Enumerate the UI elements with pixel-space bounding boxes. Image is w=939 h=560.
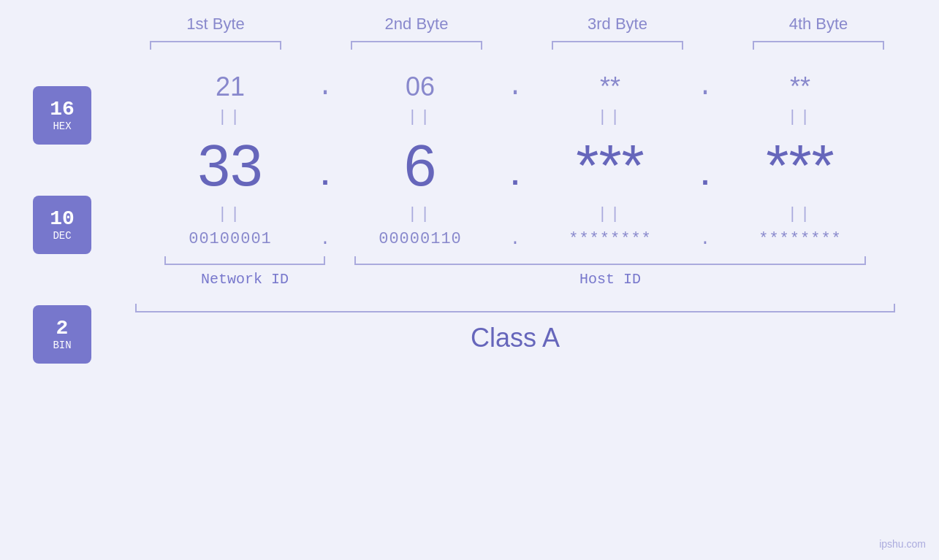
bracket-top-1 [150, 41, 281, 50]
equals-1: || [150, 108, 311, 126]
bin-row: 00100001 . 00000110 . ******** . [106, 229, 924, 249]
hex-badge: 16 HEX [33, 86, 91, 145]
byte-label-1: 1st Byte [135, 15, 296, 34]
byte-label-4: 4th Byte [738, 15, 899, 34]
bin-badge-number: 2 [56, 318, 69, 340]
hex-value-1: 21 [216, 72, 245, 101]
dec-badge-number: 10 [50, 208, 75, 231]
hex-row: 21 . 06 . ** . ** [106, 72, 924, 102]
badges-column: 16 HEX 10 DEC 2 BIN [33, 86, 91, 364]
hex-cell-3: ** [530, 72, 691, 102]
dec-cell-2: 6 [340, 132, 501, 199]
equals-7: || [530, 205, 691, 223]
bin-cell-2: 00000110 [340, 230, 501, 248]
equals-8: || [720, 205, 881, 223]
network-id-label: Network ID [201, 271, 289, 288]
bin-dot-3: . [691, 229, 720, 249]
bracket-top-4 [753, 41, 884, 50]
hex-cell-2: 06 [340, 72, 501, 102]
bottom-brackets-area: Network ID Host ID [106, 256, 924, 288]
network-bracket-group: Network ID [164, 256, 325, 288]
bin-dot-2: . [501, 229, 530, 249]
bin-value-2: 00000110 [379, 230, 462, 248]
byte-label-2: 2nd Byte [336, 15, 497, 34]
host-bracket-group: Host ID [354, 256, 866, 288]
dec-value-1: 33 [198, 133, 263, 198]
equals-row-2: || || || || [106, 205, 924, 223]
dec-badge-label: DEC [53, 230, 71, 242]
full-bottom-bracket [135, 304, 895, 312]
dec-value-2: 6 [404, 133, 437, 198]
equals-4: || [720, 108, 881, 126]
watermark: ipshu.com [879, 538, 926, 550]
hex-badge-label: HEX [53, 120, 71, 132]
dec-badge: 10 DEC [33, 196, 91, 254]
host-bracket [354, 256, 866, 265]
equals-3: || [530, 108, 691, 126]
bracket-top-3 [552, 41, 683, 50]
hex-value-3: ** [600, 72, 620, 101]
main-container: 1st Byte 2nd Byte 3rd Byte 4th Byte 16 H… [0, 0, 939, 560]
hex-value-4: ** [790, 72, 810, 101]
bin-value-3: ******** [569, 230, 652, 248]
dec-cell-4: *** [720, 132, 881, 199]
hex-badge-number: 16 [50, 99, 75, 121]
bracket-top-2 [351, 41, 482, 50]
dec-row: 33 . 6 . *** . *** [106, 132, 924, 199]
content-area: 16 HEX 10 DEC 2 BIN 21 . [0, 64, 939, 364]
dec-dot-1: . [311, 139, 340, 193]
hex-dot-1: . [311, 72, 340, 102]
bin-badge-label: BIN [53, 340, 71, 351]
bin-cell-4: ******** [720, 230, 881, 248]
hex-dot-3: . [691, 72, 720, 102]
equals-6: || [340, 205, 501, 223]
host-id-label: Host ID [579, 271, 641, 288]
equals-5: || [150, 205, 311, 223]
bin-cell-3: ******** [530, 230, 691, 248]
bin-cell-1: 00100001 [150, 230, 311, 248]
network-bracket [164, 256, 325, 265]
bin-value-1: 00100001 [189, 230, 272, 248]
hex-dot-2: . [501, 72, 530, 102]
dec-cell-1: 33 [150, 132, 311, 199]
hex-cell-4: ** [720, 72, 881, 102]
full-bracket-area [106, 295, 924, 312]
bin-dot-1: . [311, 229, 340, 249]
equals-row-1: || || || || [106, 108, 924, 126]
bin-badge: 2 BIN [33, 305, 91, 364]
byte-label-3: 3rd Byte [537, 15, 698, 34]
equals-2: || [340, 108, 501, 126]
hex-cell-1: 21 [150, 72, 311, 102]
hex-value-2: 06 [406, 72, 435, 101]
dec-value-4: *** [766, 133, 834, 198]
class-a-label: Class A [106, 323, 924, 353]
dec-cell-3: *** [530, 132, 691, 199]
bin-value-4: ******** [759, 230, 842, 248]
top-brackets-row [115, 41, 919, 50]
grid-area: 21 . 06 . ** . ** [106, 64, 924, 353]
dec-dot-3: . [691, 139, 720, 193]
byte-labels-row: 1st Byte 2nd Byte 3rd Byte 4th Byte [115, 15, 919, 34]
dec-dot-2: . [501, 139, 530, 193]
dec-value-3: *** [576, 133, 644, 198]
